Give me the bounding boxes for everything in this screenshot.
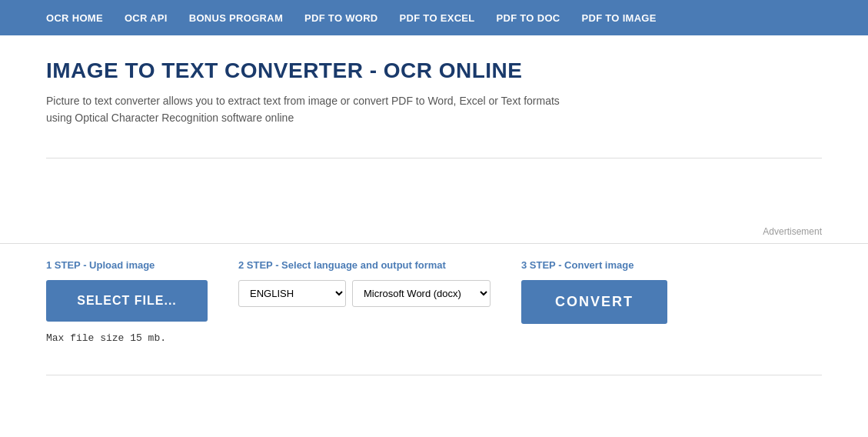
nav-ocr-api[interactable]: OCR API xyxy=(125,12,168,24)
step2-label: 2 STEP - Select language and output form… xyxy=(238,259,446,271)
advertisement-area: Advertisement xyxy=(0,158,868,243)
max-file-size-label: Max file size 15 mb. xyxy=(46,332,166,344)
language-select[interactable]: ENGLISH FRENCH GERMAN SPANISH ITALIAN PO… xyxy=(238,280,346,307)
step1-block: 1 STEP - Upload image SELECT FILE... Max… xyxy=(46,259,208,344)
step3-label: 3 STEP - Convert image xyxy=(521,259,634,271)
main-content: IMAGE TO TEXT CONVERTER - OCR ONLINE Pic… xyxy=(0,35,868,158)
step2-selects: ENGLISH FRENCH GERMAN SPANISH ITALIAN PO… xyxy=(238,280,491,307)
ad-label: Advertisement xyxy=(763,226,822,237)
convert-button[interactable]: CONVERT xyxy=(521,280,667,324)
navbar: OCR HOME OCR API BONUS PROGRAM PDF TO WO… xyxy=(0,0,868,35)
nav-pdf-to-word[interactable]: PDF TO WORD xyxy=(304,12,378,24)
nav-pdf-to-doc[interactable]: PDF TO DOC xyxy=(497,12,560,24)
nav-bonus-program[interactable]: BONUS PROGRAM xyxy=(189,12,283,24)
select-file-button[interactable]: SELECT FILE... xyxy=(46,280,208,322)
step2-block: 2 STEP - Select language and output form… xyxy=(238,259,491,307)
step3-block: 3 STEP - Convert image CONVERT xyxy=(521,259,667,324)
page-description: Picture to text converter allows you to … xyxy=(46,92,646,127)
nav-ocr-home[interactable]: OCR HOME xyxy=(46,12,103,24)
page-title: IMAGE TO TEXT CONVERTER - OCR ONLINE xyxy=(46,58,822,83)
bottom-divider xyxy=(46,375,822,375)
nav-pdf-to-excel[interactable]: PDF TO EXCEL xyxy=(400,12,475,24)
step1-label: 1 STEP - Upload image xyxy=(46,259,155,271)
format-select[interactable]: Microsoft Word (docx) Plain Text (txt) P… xyxy=(352,280,491,307)
steps-section: 1 STEP - Upload image SELECT FILE... Max… xyxy=(0,243,868,367)
nav-pdf-to-image[interactable]: PDF TO IMAGE xyxy=(581,12,656,24)
